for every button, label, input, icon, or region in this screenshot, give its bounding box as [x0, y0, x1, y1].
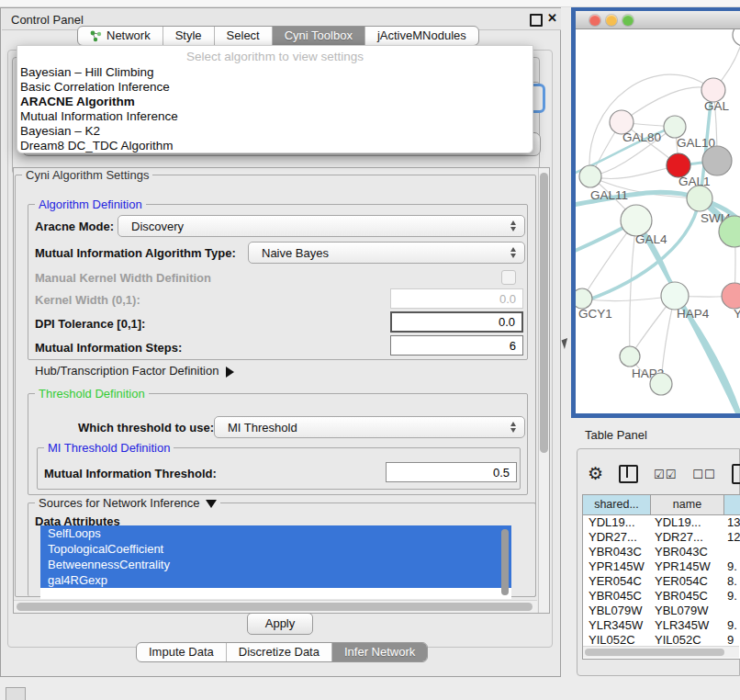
document-icon[interactable] [732, 464, 740, 484]
algorithm-option[interactable]: ARACNE Algorithm [17, 95, 533, 109]
minimized-panel-icon[interactable] [6, 687, 26, 700]
table-header-row: shared...name [583, 495, 740, 515]
attributes-scrollbar-thumb[interactable] [501, 529, 509, 595]
network-node[interactable] [664, 116, 686, 138]
settings-vertical-scrollbar-thumb[interactable] [540, 173, 548, 453]
network-node[interactable] [576, 288, 592, 309]
table-cell[interactable]: YBR045C [583, 589, 651, 604]
table-row[interactable]: YDL19...YDL19...13 [583, 515, 740, 530]
column-header[interactable]: shared... [583, 495, 651, 514]
table-cell[interactable]: 12 [724, 530, 740, 545]
float-window-icon[interactable] [530, 14, 543, 27]
attribute-item[interactable]: TopologicalCoefficient [40, 541, 511, 557]
table-cell[interactable]: YLR345W [583, 618, 651, 633]
table-row[interactable]: YBR045CYBR045C9. [583, 589, 740, 604]
table-horizontal-scrollbar-thumb[interactable] [585, 649, 724, 656]
table-cell[interactable]: YDL19... [651, 515, 724, 530]
close-traffic-light-icon[interactable] [589, 15, 600, 26]
network-node[interactable] [687, 186, 712, 211]
unchecked-boxes-icon[interactable]: ☐☐ [692, 468, 715, 481]
attribute-item[interactable]: BetweennessCentrality [40, 557, 511, 572]
tab-discretize-data[interactable]: Discretize Data [226, 643, 331, 661]
table-cell[interactable]: YDL19... [583, 515, 651, 530]
table-cell[interactable]: 8. [724, 574, 740, 589]
zoom-traffic-light-icon[interactable] [622, 15, 633, 26]
attribute-item[interactable]: SelfLoops [40, 525, 511, 541]
tab-style[interactable]: Style [163, 27, 214, 45]
algorithm-option[interactable]: Bayesian – K2 [17, 124, 533, 139]
table-cell[interactable]: 9. [724, 559, 740, 574]
manual-kernel-checkbox[interactable] [501, 270, 516, 285]
table-cell[interactable] [724, 604, 740, 618]
algorithm-option[interactable]: Bayesian – Hill Climbing [17, 65, 533, 80]
table-cell[interactable]: YDR27... [583, 530, 651, 545]
node-label: Y [734, 307, 740, 321]
algorithm-option[interactable]: Mutual Information Inference [17, 109, 533, 124]
attribute-item[interactable]: gal4RGexp [40, 572, 511, 588]
mi-threshold-label: Mutual Information Threshold: [44, 467, 217, 480]
table-cell[interactable]: YER054C [651, 574, 724, 589]
checked-boxes-icon[interactable]: ☑☑ [654, 468, 677, 481]
minimize-traffic-light-icon[interactable] [606, 15, 617, 26]
table-row[interactable]: YPR145WYPR145W9. [583, 559, 740, 574]
kernel-width-field[interactable]: 0.0 [390, 288, 523, 309]
gear-icon[interactable]: ⚙ [588, 465, 603, 483]
network-node[interactable] [722, 283, 740, 309]
mi-type-value: Naive Bayes [262, 246, 329, 260]
sources-label-wrap[interactable]: Sources for Network Inference [35, 496, 220, 510]
algorithm-option[interactable]: Basic Correlation Inference [17, 80, 533, 95]
table-row[interactable]: YBL079WYBL079W [583, 604, 740, 618]
column-header[interactable] [724, 495, 740, 514]
mi-type-combo[interactable]: Naive Bayes [248, 242, 525, 264]
table-cell[interactable] [724, 545, 740, 559]
network-canvas[interactable]: GALGAL80GAL10GAL1GAL11SWI4GAL4GCY1HAP4YH… [576, 29, 740, 413]
table-cell[interactable]: YBL079W [583, 604, 651, 618]
table-cell[interactable]: YBL079W [651, 604, 724, 618]
table-cell[interactable]: YBR045C [651, 589, 724, 604]
network-node[interactable] [621, 205, 652, 236]
network-node[interactable] [620, 346, 640, 367]
sources-label: Sources for Network Inference [39, 496, 200, 510]
network-node[interactable] [702, 146, 732, 175]
tab-impute-data[interactable]: Impute Data [137, 643, 226, 661]
close-icon[interactable]: ✕ [547, 11, 557, 25]
network-window-titlebar[interactable] [576, 11, 740, 29]
network-node[interactable] [579, 165, 601, 187]
mi-steps-field[interactable]: 6 [390, 335, 523, 356]
network-node[interactable] [661, 282, 689, 310]
settings-horizontal-scrollbar-thumb[interactable] [17, 603, 533, 611]
table-row[interactable]: YDR27...YDR27...12 [583, 530, 740, 545]
algorithm-option[interactable]: Dream8 DC_TDC Algorithm [17, 139, 533, 153]
table-row[interactable]: YER054CYER054C8. [583, 574, 740, 589]
tab-cyni-toolbox[interactable]: Cyni Toolbox [272, 27, 364, 45]
table-cell[interactable]: YBR043C [651, 545, 724, 559]
table-row[interactable]: YBR043CYBR043C [583, 545, 740, 559]
aracne-mode-combo[interactable]: Discovery [118, 215, 525, 237]
table-cell[interactable]: YPR145W [651, 559, 724, 574]
network-node[interactable] [733, 29, 740, 46]
mi-threshold-field[interactable]: 0.5 [386, 462, 517, 482]
table-cell[interactable]: 9. [724, 589, 740, 604]
column-header[interactable]: name [651, 495, 724, 514]
table-row[interactable]: YLR345WYLR345W9. [583, 618, 740, 633]
table-cell[interactable]: YER054C [583, 574, 651, 589]
table-cell[interactable]: YLR345W [651, 618, 724, 633]
table-cell[interactable]: YDR27... [651, 530, 724, 545]
tab-network[interactable]: Network [78, 27, 163, 45]
network-node[interactable] [650, 373, 672, 395]
mi-threshold-value: 0.5 [493, 466, 510, 480]
hub-definition-toggle[interactable]: Hub/Transcription Factor Definition [35, 364, 234, 378]
app-top-strip [0, 0, 740, 7]
table-cell[interactable]: YBR043C [583, 545, 651, 559]
dpi-tolerance-field[interactable]: 0.0 [390, 311, 523, 333]
which-threshold-combo[interactable]: MI Threshold [214, 416, 525, 438]
combo-arrows-icon [510, 247, 516, 258]
table-cell[interactable]: 9. [724, 618, 740, 633]
table-cell[interactable]: 13 [724, 515, 740, 530]
apply-button[interactable]: Apply [247, 613, 313, 635]
tab-infer-network[interactable]: Infer Network [331, 643, 427, 661]
tab-select[interactable]: Select [214, 27, 272, 45]
tab-jactivemnodules[interactable]: jActiveMNodules [364, 27, 478, 45]
split-columns-icon[interactable] [619, 465, 638, 483]
table-cell[interactable]: YPR145W [583, 559, 651, 574]
